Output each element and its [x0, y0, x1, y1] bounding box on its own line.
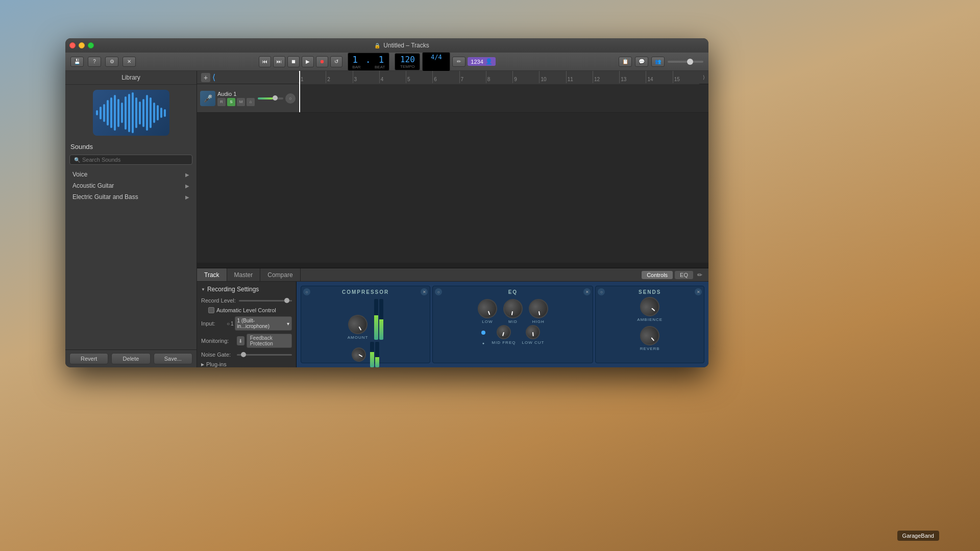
tracks-area: + ⟨ 1 2 3 4 5 6 7: [197, 71, 708, 268]
eq-mid-indicator: [511, 311, 513, 315]
master-volume-slider[interactable]: [668, 61, 703, 63]
search-sounds-bar[interactable]: 🔍: [69, 155, 192, 165]
horizontal-scrollbar[interactable]: [197, 263, 708, 268]
eq-tab-button[interactable]: EQ: [675, 271, 693, 279]
feedback-protection-button[interactable]: Feedback Protection: [247, 334, 292, 348]
noise-gate-slider[interactable]: [237, 351, 292, 358]
play-button[interactable]: ▶: [302, 56, 314, 67]
track-volume: [258, 97, 283, 99]
meter-fill-2: [379, 319, 383, 340]
eq-high-group: HIGH: [529, 299, 548, 324]
settings-toolbar-button[interactable]: ⚙: [105, 57, 118, 67]
eq-low-knob[interactable]: [475, 296, 500, 321]
eq-low-cut-knob[interactable]: [525, 324, 541, 340]
controls-tab-button[interactable]: Controls: [642, 271, 673, 279]
plugins-row[interactable]: ▶ Plug-ins: [201, 361, 292, 367]
loop-button[interactable]: ↺: [330, 56, 342, 67]
record-level-slider[interactable]: [239, 297, 292, 304]
library-item-voice[interactable]: Voice ▶: [65, 169, 197, 180]
compressor-meter: [374, 299, 383, 340]
maximize-button[interactable]: [88, 42, 94, 48]
pencil-tool-button[interactable]: ✏: [452, 57, 465, 67]
sends-ambience-knob[interactable]: [636, 293, 664, 320]
input-circle-icon: ○: [227, 321, 230, 327]
sends-left-button[interactable]: ○: [598, 288, 605, 295]
revert-button[interactable]: Revert: [69, 353, 108, 364]
waveform-bar: [157, 105, 159, 120]
library-item-acoustic-guitar[interactable]: Acoustic Guitar ▶: [65, 180, 197, 191]
fast-forward-button[interactable]: ⏭: [273, 56, 285, 67]
eq-right-button[interactable]: ✕: [583, 288, 591, 295]
share-button[interactable]: 👥: [651, 57, 665, 67]
tempo-label: TEMPO: [398, 64, 416, 69]
save-sound-button[interactable]: Save...: [154, 353, 192, 364]
compressor-right-button[interactable]: ✕: [421, 288, 428, 295]
monitoring-icon[interactable]: ⬇: [237, 336, 244, 345]
add-track-button[interactable]: +: [201, 73, 210, 82]
eq-high-knob[interactable]: [527, 297, 550, 320]
auto-level-checkbox[interactable]: [208, 307, 214, 313]
close-toolbar-button[interactable]: ✕: [122, 57, 136, 67]
waveform-bar: [128, 94, 130, 132]
close-button[interactable]: [69, 42, 76, 48]
sends-knobs: AMBIENCE REVERB: [637, 297, 663, 351]
notes-button[interactable]: 📋: [619, 57, 632, 67]
ruler-mark-15: 15: [673, 71, 699, 83]
compressor-small-knob-1[interactable]: [349, 345, 369, 364]
expand-right-button[interactable]: ⟩: [699, 74, 708, 80]
eq-mid-freq-knob[interactable]: [495, 323, 512, 341]
minimize-button[interactable]: [79, 42, 85, 48]
acoustic-guitar-label: Acoustic Guitar: [72, 182, 114, 189]
input-row: Input: ○ 1 1 (Built-in...icrophone) ▾: [201, 316, 292, 331]
library-item-electric-guitar[interactable]: Electric Guitar and Bass ▶: [65, 191, 197, 203]
mute-m-button[interactable]: M: [237, 98, 245, 106]
sends-reverb-knob[interactable]: [636, 322, 664, 349]
compressor-amount-knob[interactable]: [345, 311, 371, 338]
plugins-label: Plug-ins: [206, 361, 227, 367]
stop-button[interactable]: ⏹: [287, 56, 300, 67]
chat-button[interactable]: 💬: [635, 57, 648, 67]
compressor-left-button[interactable]: ○: [303, 288, 310, 295]
eq-left-button[interactable]: ○: [435, 288, 442, 295]
input-select-dropdown[interactable]: 1 (Built-in...icrophone) ▾: [235, 316, 292, 331]
input-value: 1 (Built-in...icrophone): [237, 318, 287, 329]
solo-button[interactable]: S: [227, 98, 235, 106]
save-toolbar-button[interactable]: 💾: [70, 57, 84, 67]
tab-compare[interactable]: Compare: [260, 268, 300, 281]
tab-track[interactable]: Track: [197, 268, 227, 281]
eq-mid-knob[interactable]: [502, 297, 524, 320]
mute-button[interactable]: R: [217, 98, 226, 106]
sends-ambience-group: AMBIENCE: [637, 297, 663, 322]
acoustic-guitar-arrow-icon: ▶: [185, 183, 189, 189]
edit-icon[interactable]: ✏: [695, 271, 704, 279]
track-volume-fader[interactable]: [258, 97, 283, 99]
tab-master[interactable]: Master: [227, 268, 261, 281]
help-toolbar-button[interactable]: ?: [88, 57, 101, 67]
playhead-ruler: [299, 71, 300, 84]
delete-button[interactable]: Delete: [111, 353, 150, 364]
track-name: Audio 1: [217, 91, 256, 97]
rewind-button[interactable]: ⏮: [259, 56, 271, 67]
collapse-triangle-icon[interactable]: ▼: [201, 287, 205, 292]
ruler-mark-3: 3: [353, 71, 379, 83]
ruler-mark-10: 10: [539, 71, 566, 83]
record-button[interactable]: ⏺: [316, 56, 328, 67]
waveform-bar: [135, 97, 137, 128]
search-sounds-input[interactable]: [82, 157, 188, 163]
ruler-mark-6: 6: [432, 71, 459, 83]
sends-right-button[interactable]: ✕: [695, 288, 702, 295]
sidebar: Library Sounds 🔍 Voice ▶ Acoust: [65, 71, 197, 367]
tempo-display: 120 TEMPO: [395, 53, 420, 70]
input-number: 1: [231, 321, 234, 327]
bottom-content: ▼ Recording Settings Record Level:: [197, 282, 708, 367]
person-icon: 👤: [485, 58, 493, 65]
headphones-button[interactable]: ⌂: [247, 98, 255, 106]
track-monitor-button[interactable]: ○: [285, 93, 296, 104]
track-list: 🎤 Audio 1 R S M ⌂: [197, 84, 708, 263]
sends-ambience-indicator: [651, 308, 655, 311]
track-info: Audio 1 R S M ⌂: [217, 91, 256, 106]
tracks-header-row: + ⟨ 1 2 3 4 5 6 7: [197, 71, 708, 84]
plugins-triangle-icon: ▶: [201, 362, 204, 367]
track-content-area[interactable]: [299, 84, 708, 112]
toolbar-right: 📋 💬 👥: [619, 57, 703, 67]
